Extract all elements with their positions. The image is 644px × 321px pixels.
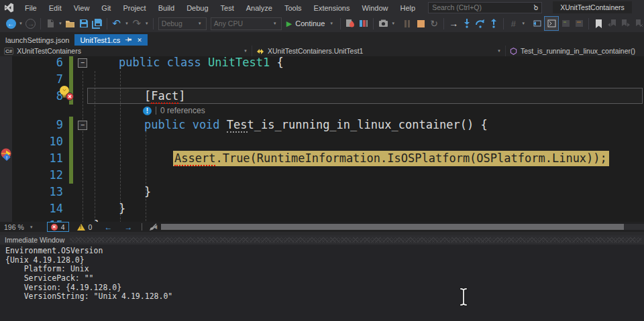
stop-debugging-button[interactable] [414, 17, 427, 30]
menu-help[interactable]: Help [394, 2, 422, 14]
immediate-content[interactable]: Environment.OSVersion{Unix 4.19.128.0} P… [0, 245, 644, 321]
code-line-13[interactable]: 13} [0, 184, 644, 200]
continue-dropdown-icon[interactable]: ▼ [328, 21, 335, 25]
code-text: } [94, 217, 101, 222]
camera-dropdown-icon[interactable]: ▼ [390, 21, 396, 25]
watch-window-button[interactable] [559, 17, 572, 30]
header-drag-hatch[interactable] [70, 237, 641, 243]
next-issue-button[interactable]: → [124, 222, 132, 232]
immediate-window-header[interactable]: Immediate Window [0, 235, 644, 245]
menu-file[interactable]: File [19, 2, 43, 14]
code-line-12[interactable]: 12 [0, 167, 644, 184]
immediate-window-title: Immediate Window [5, 236, 70, 244]
horizontal-scrollbar[interactable] [161, 224, 644, 230]
live-share-camera-button[interactable] [376, 17, 390, 30]
menu-edit[interactable]: Edit [43, 2, 68, 14]
lightbulb-error-icon[interactable] [58, 84, 75, 102]
immediate-window-button[interactable] [544, 16, 559, 31]
code-text: [Fact] [144, 88, 185, 105]
apply-code-changes-button[interactable] [357, 17, 370, 30]
undo-dropdown-icon[interactable]: ▼ [123, 21, 130, 25]
codelens-row: !0 references [0, 105, 644, 117]
hot-reload-button[interactable] [343, 17, 357, 30]
scrollbar-thumb[interactable] [161, 224, 624, 230]
menu-git[interactable]: Git [95, 2, 117, 14]
toggle-bookmark-button[interactable] [592, 17, 605, 30]
new-project-dropdown-icon[interactable]: ▼ [57, 21, 64, 25]
main-toolbar: ← ▼ → ▼ ↶ ▼ ↷ ▼ Debug▼ Any CPU▼ ▶ Contin [0, 15, 644, 32]
navigate-forward-button[interactable]: → [24, 17, 38, 30]
continue-button[interactable]: ▶ Continue ▼ [286, 19, 335, 28]
solution-platform-dropdown[interactable]: Any CPU▼ [211, 17, 282, 30]
warning-count-button[interactable]: 0 [77, 223, 93, 231]
immediate-line: {Unix 4.19.128.0} [5, 255, 644, 265]
call-stack-window-button[interactable] [572, 17, 586, 30]
open-folder-button[interactable] [64, 17, 77, 30]
solution-configuration-dropdown[interactable]: Debug▼ [158, 17, 207, 30]
immediate-line: Version: {4.19.128.0} [5, 283, 644, 292]
codelens-references[interactable]: 0 references [160, 106, 205, 115]
previous-issue-button[interactable]: ← [104, 222, 112, 232]
breakpoint-window-button[interactable] [531, 17, 544, 30]
code-line-8[interactable]: 8[Fact] [0, 88, 644, 105]
code-line-15[interactable]: 15} [0, 217, 644, 222]
code-line-11[interactable]: 11Assert.True(RuntimeInformation.IsOSPla… [0, 150, 644, 167]
immediate-line: Environment.OSVersion [5, 245, 644, 255]
breadcrumb-project-dropdown[interactable]: C# XUnitTestContainers ▼ [0, 46, 252, 56]
tab-launchSettings.json[interactable]: launchSettings.json [0, 34, 74, 46]
menu-build[interactable]: Build [152, 2, 180, 14]
search-box[interactable]: Search (Ctrl+Q) ☌ [428, 2, 542, 13]
next-bookmark-button[interactable] [619, 17, 632, 30]
step-into-button[interactable] [460, 17, 474, 30]
navigate-back-button[interactable]: ← [4, 17, 17, 30]
chevron-down-icon: ▼ [238, 49, 248, 53]
code-editor[interactable]: 6−public class UnitTest1 {78[Fact]!0 ref… [0, 56, 644, 222]
code-line-9[interactable]: 9−public void Test_is_running_in_linux_c… [0, 117, 644, 133]
menu-debug[interactable]: Debug [180, 2, 214, 14]
code-line-14[interactable]: 14} [0, 200, 644, 217]
code-line-6[interactable]: 6−public class UnitTest1 { [0, 56, 644, 71]
line-number: 8 [0, 88, 63, 105]
new-project-button[interactable] [44, 17, 57, 30]
save-all-button[interactable] [91, 17, 104, 30]
hex-dropdown-icon[interactable]: ▼ [520, 21, 527, 25]
text-cursor-ibeam [458, 287, 470, 307]
menu-analyze[interactable]: Analyze [240, 2, 278, 14]
show-next-statement-button[interactable]: → [447, 17, 460, 30]
breadcrumb-type-dropdown[interactable]: XUnitTestContainers.UnitTest1 ▼ [252, 46, 506, 56]
save-button[interactable] [77, 17, 91, 30]
code-line-7[interactable]: 7 [0, 71, 644, 88]
tab-UnitTest1.cs[interactable]: UnitTest1.cs✕ [74, 34, 147, 46]
redo-button[interactable]: ↷ [130, 17, 144, 30]
fold-collapse-icon[interactable]: − [78, 121, 87, 130]
pin-tab-icon[interactable] [125, 36, 132, 44]
menu-window[interactable]: Window [356, 2, 394, 14]
menu-view[interactable]: View [68, 2, 96, 14]
codelens-info-icon[interactable]: ! [143, 107, 152, 115]
line-number: 13 [0, 184, 63, 200]
navigate-back-dropdown-icon[interactable]: ▼ [17, 21, 24, 25]
error-count-button[interactable]: ✕ 4 [47, 222, 69, 232]
clear-bookmarks-button[interactable] [632, 17, 644, 30]
menu-project[interactable]: Project [117, 2, 152, 14]
previous-bookmark-button[interactable] [605, 17, 619, 30]
step-out-button[interactable] [487, 17, 500, 30]
code-line-10[interactable]: 10 [0, 133, 644, 150]
menu-test[interactable]: Test [215, 2, 240, 14]
pause-button[interactable] [400, 17, 414, 30]
breadcrumb-member-dropdown[interactable]: Test_is_running_in_linux_container() [506, 46, 644, 56]
restart-button[interactable]: ↻ [427, 17, 441, 30]
close-tab-icon[interactable]: ✕ [137, 37, 142, 44]
zoom-dropdown-icon[interactable]: ▼ [30, 225, 34, 229]
undo-button[interactable]: ↶ [110, 17, 123, 30]
hex-display-button[interactable]: # [506, 17, 520, 30]
zoom-level[interactable]: 196 % [4, 223, 24, 231]
error-icon: ✕ [51, 224, 58, 231]
redo-dropdown-icon[interactable]: ▼ [144, 21, 150, 25]
current-statement-breakpoint-icon[interactable]: ! [0, 148, 13, 161]
step-over-button[interactable] [474, 17, 487, 30]
menu-extensions[interactable]: Extensions [308, 2, 356, 14]
fold-collapse-icon[interactable]: − [78, 58, 87, 68]
scroll-left-arrow[interactable]: ◀ [153, 224, 157, 230]
menu-tools[interactable]: Tools [278, 2, 308, 14]
